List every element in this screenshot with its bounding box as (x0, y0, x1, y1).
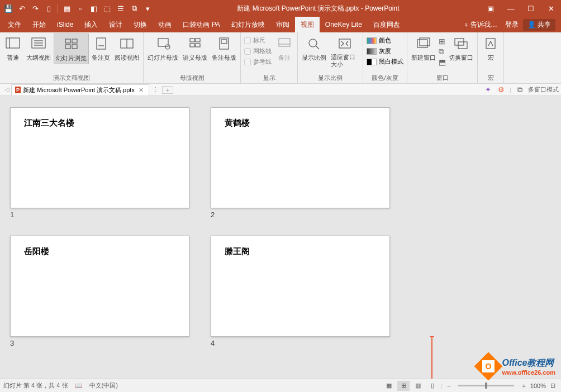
tab-design[interactable]: 设计 (103, 17, 128, 32)
close-button[interactable]: ✕ (541, 0, 561, 17)
tell-me-label: 告诉我… (470, 20, 497, 30)
slide-2[interactable]: 黄鹤楼 2 (211, 107, 390, 219)
start-slideshow-button[interactable]: ▯ (42, 2, 55, 15)
qat-icon-1[interactable]: ▦ (61, 2, 73, 15)
zoom-level[interactable]: 100% (530, 383, 546, 389)
tab-islide[interactable]: iSlide (51, 17, 79, 32)
zoom-icon (305, 35, 323, 52)
extension-icon-1[interactable]: ✦ (483, 85, 493, 95)
tab-slideshow[interactable]: 幻灯片放映 (226, 17, 270, 32)
guides-checkbox[interactable]: 参考线 (243, 57, 273, 66)
reading-view-sb-button[interactable]: ▥ (412, 381, 424, 391)
redo-button[interactable]: ↷ (29, 2, 41, 15)
slide-3-number: 3 (10, 339, 189, 347)
login-button[interactable]: 登录 (502, 17, 522, 32)
tell-me-search[interactable]: ♀ 告诉我… (460, 20, 501, 30)
multiwindow-icon[interactable]: ⧉ (515, 85, 525, 95)
normal-view-button[interactable]: 普通 (2, 34, 23, 63)
nav-back-icon[interactable]: ◁ (2, 86, 11, 93)
slide-3[interactable]: 岳阳楼 3 (10, 236, 189, 347)
normal-view-sb-button[interactable]: ▦ (383, 381, 395, 391)
slide-4[interactable]: 滕王阁 4 (211, 236, 390, 347)
slide-master-button[interactable]: 幻灯片母版 (146, 34, 180, 63)
tab-transitions[interactable]: 切换 (128, 17, 153, 32)
svg-rect-0 (6, 38, 20, 48)
tab-menu-icon[interactable]: ⋮ (149, 86, 162, 93)
slide-sorter-button[interactable]: 幻灯片浏览 (54, 34, 89, 64)
maximize-button[interactable]: ☐ (521, 0, 541, 17)
slide-count-status[interactable]: 幻灯片 第 4 张，共 4 张 (3, 381, 68, 390)
fit-zoom-button[interactable]: ⊡ (548, 382, 558, 389)
slide-2-title: 黄鹤楼 (225, 118, 376, 128)
share-button[interactable]: 👤 共享 (523, 19, 555, 31)
ribbon-display-options[interactable]: ▣ (481, 0, 501, 17)
slide-sorter-workspace[interactable]: 江南三大名楼 1 黄鹤楼 2 岳阳楼 3 滕王阁 4 (0, 96, 561, 379)
switch-windows-button[interactable]: 切换窗口 (447, 34, 475, 63)
tab-file[interactable]: 文件 (2, 17, 27, 32)
qat-icon-3[interactable]: ◧ (88, 2, 100, 15)
window-title: 新建 Microsoft PowerPoint 演示文稿.pptx - Powe… (156, 4, 481, 13)
color-mode-button[interactable]: 颜色 (365, 36, 405, 45)
minimize-button[interactable]: — (501, 0, 521, 17)
notes-page-button[interactable]: 备注页 (90, 34, 112, 63)
ruler-checkbox[interactable]: 标尺 (243, 36, 273, 45)
qat-icon-4[interactable]: ⬚ (101, 2, 113, 15)
insertion-cursor (431, 336, 432, 379)
svg-rect-9 (72, 45, 77, 49)
qat-icon-2[interactable]: ▫ (74, 2, 87, 15)
sorter-view-sb-button[interactable]: ⊞ (397, 381, 410, 391)
handout-master-button[interactable]: 讲义母版 (181, 34, 209, 63)
slide-1-number: 1 (10, 211, 189, 219)
grayscale-mode-button[interactable]: 灰度 (365, 46, 405, 56)
new-window-button[interactable]: 新建窗口 (410, 34, 438, 63)
tab-animations[interactable]: 动画 (153, 17, 177, 32)
group-label-views: 演示文稿视图 (2, 73, 141, 83)
tab-home[interactable]: 开始 (27, 17, 51, 32)
zoom-slider[interactable] (458, 385, 514, 386)
add-document-icon[interactable]: + (162, 86, 173, 94)
gridlines-checkbox[interactable]: 网格线 (243, 46, 273, 56)
multiwindow-label[interactable]: 多窗口模式 (528, 85, 559, 94)
svg-rect-18 (196, 44, 200, 47)
tab-insert[interactable]: 插入 (79, 17, 103, 32)
watermark-title: Office教程网 (502, 357, 555, 369)
language-status[interactable]: 中文(中国) (89, 381, 118, 390)
macros-button[interactable]: 宏 (480, 34, 501, 63)
spellcheck-icon[interactable]: 📖 (75, 382, 83, 389)
tab-view[interactable]: 视图 (295, 17, 320, 32)
notes-master-button[interactable]: 备注母版 (210, 34, 238, 63)
slide-1[interactable]: 江南三大名楼 1 (10, 107, 189, 219)
zoom-in-button[interactable]: + (520, 383, 527, 389)
svg-rect-17 (190, 44, 194, 47)
reading-view-icon (118, 35, 136, 52)
tab-baidu[interactable]: 百度网盘 (368, 17, 406, 32)
svg-rect-6 (65, 39, 70, 43)
qat-icon-5[interactable]: ☰ (115, 2, 127, 15)
cascade-icon[interactable]: ⧉ (439, 47, 446, 56)
outline-view-button[interactable]: 大纲视图 (25, 34, 53, 63)
titlebar: 💾 ↶ ↷ ▯ ▦ ▫ ◧ ⬚ ☰ ⧉ ▾ 新建 Microsoft Power… (0, 0, 561, 17)
save-button[interactable]: 💾 (2, 2, 15, 15)
tab-pocket[interactable]: 口袋动画 PA (177, 17, 225, 32)
qat-dropdown[interactable]: ▾ (141, 2, 154, 15)
slideshow-sb-button[interactable]: ▯ (426, 381, 439, 391)
svg-rect-20 (221, 40, 227, 44)
switch-windows-icon (452, 35, 470, 52)
zoom-button[interactable]: 显示比例 (300, 34, 328, 63)
qat-icon-6[interactable]: ⧉ (128, 2, 140, 15)
bw-mode-button[interactable]: 黑白模式 (365, 57, 405, 66)
arrange-all-icon[interactable]: ⊞ (439, 37, 446, 46)
settings-icon[interactable]: ⚙ (496, 85, 506, 95)
zoom-out-button[interactable]: − (445, 383, 453, 389)
tab-review[interactable]: 审阅 (270, 17, 295, 32)
group-label-window: 窗口 (410, 73, 475, 83)
tab-onekey[interactable]: OneKey Lite (320, 17, 368, 32)
share-label: 共享 (538, 20, 551, 30)
group-label-color: 颜色/灰度 (365, 73, 405, 83)
move-split-icon[interactable]: ⬒ (439, 58, 446, 66)
document-tab[interactable]: P 新建 Microsoft PowerPoint 演示文稿.pptx ✕ (11, 84, 149, 95)
close-document-icon[interactable]: ✕ (137, 87, 145, 94)
fit-window-button[interactable]: 适应窗口大小 (329, 34, 360, 69)
reading-view-button[interactable]: 阅读视图 (113, 34, 141, 63)
undo-button[interactable]: ↶ (16, 2, 28, 15)
